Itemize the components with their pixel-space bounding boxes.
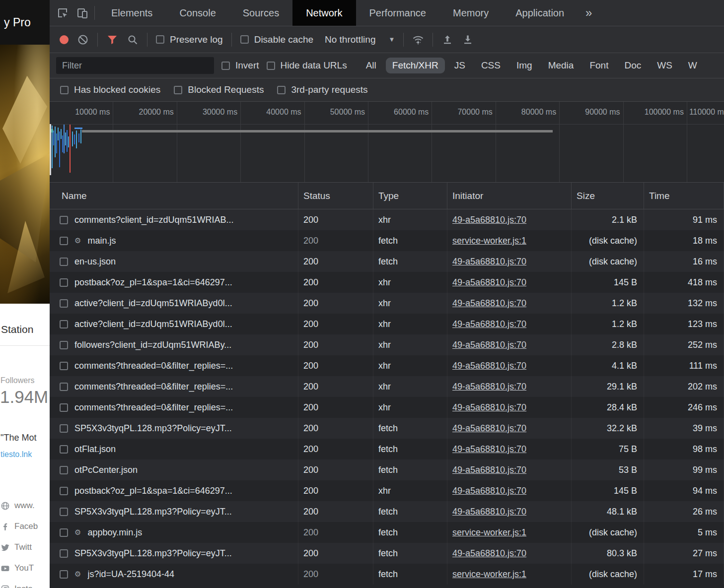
- record-button[interactable]: [60, 35, 69, 44]
- request-name-cell[interactable]: SP5X3v3tyqPL.128.mp3?Policy=eyJT...: [50, 418, 298, 439]
- initiator-link[interactable]: 49-a5a68810.js:70: [452, 423, 526, 434]
- request-name-cell[interactable]: active?client_id=zdUqm51WRIAByd0l...: [50, 293, 298, 314]
- blocked-requests-option[interactable]: Blocked Requests: [174, 84, 264, 95]
- table-row[interactable]: comments?threaded=0&filter_replies=...20…: [50, 376, 724, 397]
- row-checkbox[interactable]: [60, 508, 68, 516]
- table-row[interactable]: postback?oz_pl=1&spa=1&ci=646297...200xh…: [50, 480, 724, 501]
- initiator-link[interactable]: service-worker.js:1: [452, 527, 526, 538]
- tab-sources[interactable]: Sources: [229, 0, 292, 26]
- row-checkbox[interactable]: [60, 320, 68, 328]
- initiator-link[interactable]: 49-a5a68810.js:70: [452, 215, 526, 225]
- export-har-icon[interactable]: [462, 34, 474, 46]
- initiator-link[interactable]: 49-a5a68810.js:70: [452, 402, 526, 413]
- has-blocked-cookies-checkbox[interactable]: [60, 86, 69, 94]
- initiator-link[interactable]: 49-a5a68810.js:70: [452, 361, 526, 371]
- initiator-link[interactable]: 49-a5a68810.js:70: [452, 298, 526, 309]
- initiator-link[interactable]: service-worker.js:1: [452, 569, 526, 580]
- request-name-cell[interactable]: en-us.json: [50, 251, 298, 272]
- initiator-link[interactable]: 49-a5a68810.js:70: [452, 507, 526, 517]
- invert-option[interactable]: Invert: [221, 60, 259, 71]
- has-blocked-cookies-option[interactable]: Has blocked cookies: [60, 84, 160, 95]
- blocked-requests-checkbox[interactable]: [174, 86, 182, 94]
- row-checkbox[interactable]: [60, 445, 68, 454]
- type-filter-w[interactable]: W: [682, 58, 704, 73]
- type-filter-font[interactable]: Font: [583, 58, 615, 73]
- request-name-cell[interactable]: otFlat.json: [50, 439, 298, 459]
- row-checkbox[interactable]: [60, 341, 68, 349]
- row-checkbox[interactable]: [60, 403, 68, 412]
- request-name-cell[interactable]: SP5X3v3tyqPL.128.mp3?Policy=eyJT...: [50, 543, 298, 564]
- search-icon[interactable]: [127, 34, 139, 46]
- initiator-link[interactable]: 49-a5a68810.js:70: [452, 257, 526, 267]
- social-link-insta[interactable]: Insta: [0, 579, 38, 588]
- network-conditions-icon[interactable]: [412, 34, 424, 46]
- table-row[interactable]: postback?oz_pl=1&spa=1&ci=646297...200xh…: [50, 272, 724, 293]
- initiator-link[interactable]: 49-a5a68810.js:70: [452, 444, 526, 455]
- table-row[interactable]: active?client_id=zdUqm51WRIAByd0l...200x…: [50, 293, 724, 314]
- request-name-cell[interactable]: ⚙appboy.min.js: [50, 522, 298, 543]
- table-row[interactable]: en-us.json200fetch49-a5a68810.js:70(disk…: [50, 251, 724, 272]
- column-header-initiator[interactable]: Initiator: [447, 183, 572, 209]
- table-row[interactable]: followers?client_id=zdUqm51WRIABy...200x…: [50, 334, 724, 355]
- social-link-yout[interactable]: YouT: [0, 558, 38, 579]
- table-row[interactable]: ⚙js?id=UA-2519404-44200fetchservice-work…: [50, 564, 724, 585]
- inspect-icon[interactable]: [57, 7, 69, 19]
- type-filter-all[interactable]: All: [360, 58, 383, 73]
- row-checkbox[interactable]: [60, 424, 68, 433]
- preserve-log-option[interactable]: Preserve log: [156, 34, 223, 45]
- third-party-requests-option[interactable]: 3rd-party requests: [277, 84, 367, 95]
- column-header-type[interactable]: Type: [373, 183, 447, 209]
- table-row[interactable]: otPcCenter.json200fetch49-a5a68810.js:70…: [50, 459, 724, 480]
- column-header-status[interactable]: Status: [298, 183, 373, 209]
- row-checkbox[interactable]: [60, 362, 68, 370]
- request-name-cell[interactable]: comments?client_id=zdUqm51WRIAB...: [50, 209, 298, 230]
- tab-console[interactable]: Console: [166, 0, 229, 26]
- row-checkbox[interactable]: [60, 278, 68, 287]
- request-name-cell[interactable]: ⚙main.js: [50, 230, 298, 251]
- type-filter-fetch-xhr[interactable]: Fetch/XHR: [386, 58, 445, 73]
- disable-cache-checkbox[interactable]: [240, 35, 249, 44]
- hide-data-urls-checkbox[interactable]: [267, 62, 275, 70]
- row-checkbox[interactable]: [60, 216, 68, 224]
- row-checkbox[interactable]: [60, 487, 68, 495]
- request-name-cell[interactable]: postback?oz_pl=1&spa=1&ci=646297...: [50, 272, 298, 293]
- request-name-cell[interactable]: comments?threaded=0&filter_replies=...: [50, 355, 298, 376]
- table-row[interactable]: SP5X3v3tyqPL.128.mp3?Policy=eyJT...200fe…: [50, 501, 724, 522]
- request-name-cell[interactable]: comments?threaded=0&filter_replies=...: [50, 376, 298, 397]
- table-row[interactable]: active?client_id=zdUqm51WRIAByd0l...200x…: [50, 314, 724, 334]
- initiator-link[interactable]: 49-a5a68810.js:70: [452, 277, 526, 288]
- column-header-name[interactable]: Name: [50, 183, 298, 209]
- clear-icon[interactable]: [77, 34, 89, 46]
- initiator-link[interactable]: 49-a5a68810.js:70: [452, 340, 526, 350]
- type-filter-media[interactable]: Media: [542, 58, 580, 73]
- type-filter-js[interactable]: JS: [448, 58, 472, 73]
- initiator-link[interactable]: 49-a5a68810.js:70: [452, 319, 526, 329]
- preserve-log-checkbox[interactable]: [156, 35, 164, 44]
- table-row[interactable]: comments?threaded=0&filter_replies=...20…: [50, 355, 724, 376]
- tab-memory[interactable]: Memory: [439, 0, 502, 26]
- request-name-cell[interactable]: otPcCenter.json: [50, 459, 298, 480]
- table-row[interactable]: SP5X3v3tyqPL.128.mp3?Policy=eyJT...200fe…: [50, 543, 724, 564]
- tab-application[interactable]: Application: [502, 0, 578, 26]
- type-filter-img[interactable]: Img: [510, 58, 539, 73]
- more-tabs-button[interactable]: »: [578, 0, 600, 26]
- row-checkbox[interactable]: [60, 466, 68, 474]
- type-filter-ws[interactable]: WS: [651, 58, 679, 73]
- row-checkbox[interactable]: [60, 258, 68, 266]
- table-row[interactable]: otFlat.json200fetch49-a5a68810.js:7075 B…: [50, 439, 724, 459]
- throttling-select[interactable]: No throttling ▼: [325, 34, 395, 45]
- request-name-cell[interactable]: SP5X3v3tyqPL.128.mp3?Policy=eyJT...: [50, 501, 298, 522]
- social-link-twitt[interactable]: Twitt: [0, 537, 38, 558]
- initiator-link[interactable]: service-worker.js:1: [452, 236, 526, 246]
- request-name-cell[interactable]: comments?threaded=0&filter_replies=...: [50, 397, 298, 418]
- filter-input[interactable]: [56, 57, 214, 74]
- row-checkbox[interactable]: [60, 528, 68, 537]
- third-party-requests-checkbox[interactable]: [277, 86, 286, 94]
- type-filter-doc[interactable]: Doc: [618, 58, 648, 73]
- row-checkbox[interactable]: [60, 299, 68, 308]
- tab-network[interactable]: Network: [292, 0, 356, 26]
- tab-elements[interactable]: Elements: [98, 0, 166, 26]
- initiator-link[interactable]: 49-a5a68810.js:70: [452, 465, 526, 475]
- request-name-cell[interactable]: postback?oz_pl=1&spa=1&ci=646297...: [50, 480, 298, 501]
- row-checkbox[interactable]: [60, 570, 68, 579]
